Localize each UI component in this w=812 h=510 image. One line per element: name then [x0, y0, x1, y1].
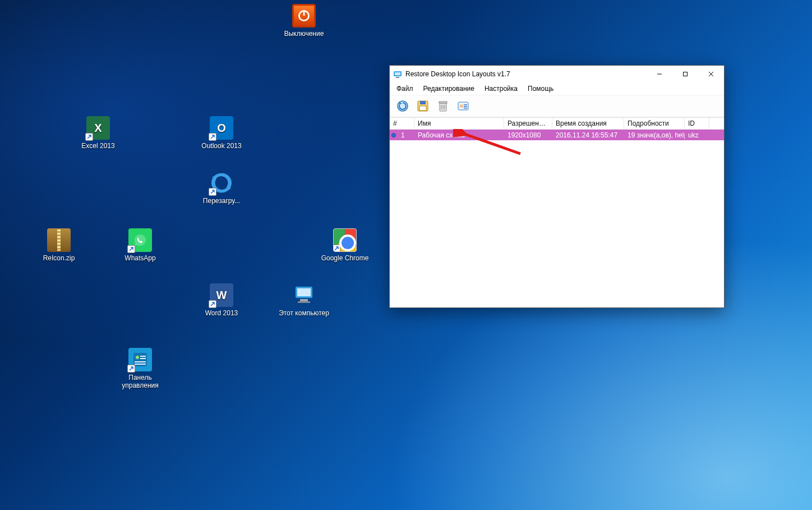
desktop-icon-chrome[interactable]: Google Chrome [320, 228, 370, 262]
svg-rect-10 [135, 361, 146, 362]
desktop-icon-excel[interactable]: X Excel 2013 [73, 116, 123, 150]
desktop-icon-label: Outlook 2013 [196, 142, 247, 150]
svg-rect-19 [420, 101, 426, 104]
menubar: Файл Редактирование Настройка Помощь [390, 82, 724, 95]
menu-edit[interactable]: Редактирование [419, 84, 479, 94]
svg-rect-11 [135, 364, 146, 365]
toolbar-about-button[interactable] [455, 98, 472, 114]
archive-icon [47, 228, 71, 252]
col-name[interactable]: Имя [414, 118, 504, 129]
svg-rect-3 [297, 288, 311, 296]
shortcut-overlay-icon [209, 300, 216, 308]
svg-point-27 [460, 104, 463, 108]
svg-point-7 [136, 356, 139, 359]
word-icon: W [210, 283, 233, 307]
svg-rect-5 [298, 301, 310, 303]
toolbar-save-button[interactable] [414, 98, 431, 114]
col-time[interactable]: Время создания [552, 118, 624, 129]
svg-rect-16 [684, 72, 688, 76]
desktop-icon-label: ReIcon.zip [34, 254, 84, 262]
power-icon [292, 4, 316, 27]
desktop-icon-reload[interactable]: Перезагру... [196, 171, 247, 205]
shortcut-overlay-icon [209, 133, 216, 141]
app-icon [393, 70, 402, 79]
cell-details: 19 значк(а,ов), help [624, 131, 685, 139]
chrome-icon [333, 228, 357, 252]
svg-rect-13 [395, 72, 400, 75]
shortcut-overlay-icon [85, 133, 93, 141]
svg-rect-14 [396, 77, 399, 78]
computer-icon [292, 283, 316, 307]
col-id[interactable]: ID [685, 118, 709, 129]
svg-rect-29 [464, 106, 467, 107]
cell-time: 2016.11.24 16:55:47 [552, 131, 624, 139]
desktop-icon-label: Word 2013 [196, 309, 247, 317]
svg-rect-8 [140, 356, 146, 357]
menu-file[interactable]: Файл [392, 84, 418, 94]
desktop-icon-zip[interactable]: ReIcon.zip [34, 228, 84, 262]
desktop-icon-label: WhatsApp [115, 254, 165, 262]
rows-area[interactable]: 1 Рабочая схема 1920x1080 2016.11.24 16:… [390, 130, 724, 307]
toolbar-restore-button[interactable] [394, 98, 411, 114]
col-resolution[interactable]: Разрешение ... [504, 118, 552, 129]
svg-rect-28 [464, 104, 467, 105]
toolbar-delete-button[interactable] [435, 98, 451, 114]
desktop-icon-label: Выключение [279, 30, 329, 38]
minimize-button[interactable] [647, 66, 672, 82]
desktop-icon-outlook[interactable]: O Outlook 2013 [196, 116, 247, 150]
svg-rect-4 [300, 299, 308, 301]
window-title: Restore Desktop Icon Layouts v1.7 [405, 70, 510, 78]
cell-name: Рабочая схема [414, 131, 504, 139]
shortcut-overlay-icon [127, 245, 135, 253]
reload-icon [210, 171, 233, 195]
desktop-icon-label: Excel 2013 [73, 142, 123, 150]
cell-resolution: 1920x1080 [504, 131, 552, 139]
desktop-icon-label: Этот компьютер [279, 309, 329, 317]
column-headers: # Имя Разрешение ... Время создания Подр… [390, 117, 724, 130]
toolbar [390, 95, 724, 117]
desktop-icon-thispc[interactable]: Этот компьютер [279, 283, 329, 317]
svg-rect-25 [439, 102, 447, 103]
col-number[interactable]: # [390, 118, 414, 129]
col-details[interactable]: Подробности [624, 118, 685, 129]
shortcut-overlay-icon [127, 365, 135, 373]
desktop-icon-control-panel[interactable]: Панель управления [115, 348, 165, 389]
outlook-icon: O [210, 116, 233, 140]
titlebar[interactable]: Restore Desktop Icon Layouts v1.7 [390, 66, 724, 82]
table-row[interactable]: 1 Рабочая схема 1920x1080 2016.11.24 16:… [390, 130, 724, 140]
cell-id: ukz [685, 131, 709, 139]
cell-number: 1 [398, 131, 414, 139]
menu-help[interactable]: Помощь [523, 84, 558, 94]
whatsapp-icon [128, 228, 152, 252]
restore-icon-layout-window[interactable]: Restore Desktop Icon Layouts v1.7 Файл Р… [389, 65, 725, 308]
svg-rect-30 [464, 108, 467, 109]
shortcut-overlay-icon [209, 188, 216, 196]
row-marker-icon [390, 133, 398, 137]
maximize-button[interactable] [672, 66, 698, 82]
desktop-icon-label: Google Chrome [320, 254, 370, 262]
desktop-icon-word[interactable]: W Word 2013 [196, 283, 247, 317]
desktop-icon-power[interactable]: Выключение [279, 4, 329, 38]
shortcut-overlay-icon [333, 245, 340, 252]
control-panel-icon [128, 348, 152, 371]
excel-icon: X [86, 116, 110, 140]
svg-rect-9 [140, 358, 146, 359]
close-button[interactable] [698, 66, 724, 82]
svg-rect-20 [419, 106, 426, 111]
desktop-icon-label: Панель управления [115, 374, 165, 389]
desktop-icon-whatsapp[interactable]: WhatsApp [115, 228, 165, 262]
desktop-icon-label: Перезагру... [196, 197, 247, 205]
menu-settings[interactable]: Настройка [480, 84, 522, 94]
